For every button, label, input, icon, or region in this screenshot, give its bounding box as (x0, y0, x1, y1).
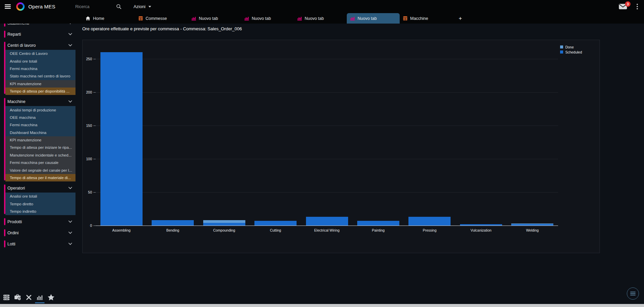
bar-chart-tool-button[interactable] (36, 294, 43, 301)
menu-icon[interactable] (5, 4, 11, 9)
y-axis-label: 200 (83, 90, 92, 94)
x-axis-label: Vulcanization (455, 228, 507, 232)
tab-macchine[interactable]: Macchine (400, 13, 453, 24)
sidebar-item-dashboard-macchina[interactable]: Dashboard Macchina (5, 129, 75, 136)
sidebar-item-tempo-indiretto[interactable]: Tempo indiretto (5, 208, 75, 215)
sidebar-item-stato-macchina-nel-centro-di-lavoro[interactable]: Stato macchina nel centro di lavoro (5, 72, 75, 80)
tools-tool-button[interactable] (25, 294, 32, 301)
axis-tick (93, 92, 96, 93)
tab-label: Nuovo tab (358, 16, 377, 21)
chart-icon (350, 16, 355, 21)
floating-menu-button[interactable] (627, 287, 639, 300)
sidebar-section-header-lotti[interactable]: Lotti (0, 239, 75, 248)
sidebar-section-header-operatori[interactable]: Operatori (0, 183, 75, 193)
tab-label: Macchine (410, 16, 428, 21)
sidebar-item-fermi-macchina-per-causale[interactable]: Fermi macchina per causale (5, 159, 75, 166)
tools-icon (26, 294, 32, 301)
add-tab-button[interactable]: + (453, 13, 468, 24)
sidebar-item-manutenzione-incidentale-e-sched[interactable]: Manutenzione incidentale e sched... (5, 151, 75, 159)
kebab-menu-icon[interactable] (637, 4, 638, 9)
section-label: Operatori (7, 186, 25, 191)
bar-chart-icon (36, 295, 43, 300)
sidebar-section-macchine: MacchineAnalisi tempi di produzioneOEE m… (0, 97, 75, 181)
x-axis-label: Pressing (404, 228, 455, 232)
sidebar-item-oee-centro-di-lavoro[interactable]: OEE Centro di Lavoro (5, 50, 75, 57)
section-label: Reparti (7, 32, 21, 37)
main-content: Ore operatore effettuate e previste per … (75, 24, 644, 307)
tab-nuovo-tab-2[interactable]: Nuovo tab (188, 13, 241, 24)
sidebar-item-tempo-di-attesa-per-disponibilit[interactable]: Tempo di attesa per disponibilità ... (5, 88, 75, 95)
database-tool-button[interactable] (3, 294, 10, 301)
tab-commesse[interactable]: Commesse (135, 13, 188, 24)
section-label: Ordini (7, 231, 19, 235)
sidebar-section-header-ordini[interactable]: Ordini (0, 228, 75, 237)
section-items: Analisi ore totaliTempo direttoTempo ind… (0, 193, 75, 215)
axis-tick (93, 159, 96, 159)
sidebar-section-header-reparti[interactable]: Reparti (0, 30, 75, 39)
actions-label: Azioni (133, 4, 145, 9)
chevron-down-icon (68, 220, 72, 223)
y-axis-label: 150 (83, 124, 92, 128)
legend-item-done: Done (560, 45, 582, 49)
tab-label: Commesse (146, 16, 167, 21)
actions-dropdown[interactable]: Azioni (133, 4, 151, 9)
tab-nuovo-tab-4[interactable]: Nuovo tab (294, 13, 347, 24)
tab-home[interactable]: Home (82, 13, 135, 24)
grid-icon (403, 16, 407, 21)
y-axis-label: 50 (83, 190, 92, 194)
bar-scheduled-painting (357, 221, 399, 226)
section-accent-bar (4, 98, 5, 180)
section-label: Macchine (7, 99, 26, 104)
gridline (96, 59, 558, 59)
y-axis-label: 100 (83, 157, 92, 161)
legend-label: Done (565, 45, 574, 49)
x-axis-label: Bending (147, 228, 198, 232)
sidebar-section-header-prodotti[interactable]: Prodotti (0, 217, 75, 226)
sidebar-item-valore-del-segnale-del-canale-per-l[interactable]: Valore del segnale del canale per l... (5, 166, 75, 174)
section-items: Analisi tempi di produzioneOEE macchinaF… (0, 106, 75, 181)
sidebar-section-prodotti: Prodotti (0, 217, 75, 226)
chart-panel: DoneScheduled 050100150200250AssemblingB… (82, 40, 600, 253)
home-icon (86, 16, 90, 21)
gridline (96, 126, 558, 126)
topbar-right: 3 (619, 4, 638, 9)
axis-tick (93, 59, 96, 59)
tab-nuovo-tab-5[interactable]: Nuovo tab (347, 13, 400, 24)
bar-scheduled-electrical-wiring (306, 217, 348, 226)
legend-swatch (560, 45, 563, 48)
sidebar-item-oee-macchina[interactable]: OEE macchina (5, 114, 75, 121)
sidebar-item-fermi-macchina[interactable]: Fermi macchina (5, 65, 75, 72)
database-icon (3, 295, 10, 300)
chevron-down-icon (68, 100, 72, 103)
sidebar-item-analisi-ore-totali[interactable]: Analisi ore totali (5, 57, 75, 65)
bar-scheduled-pressing (408, 217, 451, 226)
tab-nuovo-tab-3[interactable]: Nuovo tab (241, 13, 294, 24)
sidebar-section-ordini: Ordini (0, 228, 75, 237)
sidebar-section-header-macchine[interactable]: Macchine (0, 97, 75, 106)
app-title: Opera MES (28, 4, 55, 9)
chart-icon (244, 16, 249, 21)
sidebar-item-analisi-tempi-di-produzione[interactable]: Analisi tempi di produzione (5, 106, 75, 113)
sidebar-item-kpi-manutenzione[interactable]: KPI manutenzione (5, 136, 75, 144)
star-tool-button[interactable] (47, 294, 55, 301)
search-input[interactable] (74, 4, 114, 9)
tab-label: Nuovo tab (199, 16, 218, 21)
sidebar-section-operatori: OperatoriAnalisi ore totaliTempo diretto… (0, 183, 75, 215)
sidebar-item-kpi-manutenzione[interactable]: KPI manutenzione (5, 80, 75, 88)
notifications-mail-icon[interactable]: 3 (619, 4, 627, 9)
search-icon[interactable] (116, 4, 121, 9)
briefcase-clock-tool-button[interactable] (14, 294, 21, 301)
legend-label: Scheduled (565, 50, 582, 54)
sidebar-item-fermi-macchina[interactable]: Fermi macchina (5, 121, 75, 129)
x-axis-line (96, 226, 558, 226)
legend-swatch (560, 50, 563, 54)
sidebar-section-header-centri-di-lavoro[interactable]: Centri di lavoro (0, 41, 75, 50)
section-label: Prodotti (7, 219, 22, 224)
sidebar-item-tempo-di-attesa-per-iniziare-le-ripa[interactable]: Tempo di attesa per iniziare le ripa... (5, 144, 75, 151)
sidebar-item-tempo-diretto[interactable]: Tempo diretto (5, 200, 75, 208)
x-axis-label: Cutting (250, 228, 301, 232)
sidebar-item-analisi-ore-totali[interactable]: Analisi ore totali (5, 193, 75, 200)
horizontal-scrollbar[interactable] (0, 304, 644, 307)
tab-label: Home (93, 16, 104, 21)
sidebar-item-tempo-di-attesa-per-il-materiale-di[interactable]: Tempo di attesa per il materiale di... (5, 174, 75, 181)
